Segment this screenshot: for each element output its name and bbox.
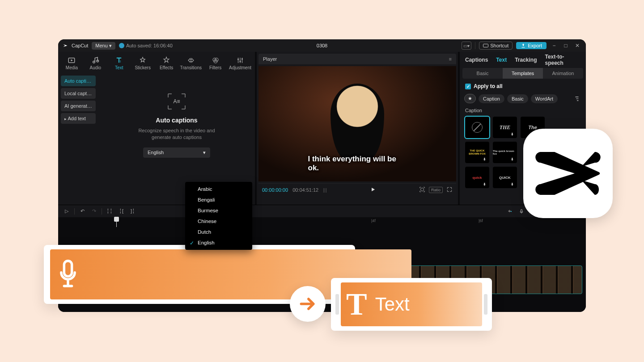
- tab-effects[interactable]: Effects: [156, 55, 178, 72]
- tab-tracking[interactable]: Tracking: [515, 57, 537, 63]
- text-glyph-icon: T: [346, 286, 367, 322]
- lang-option-chinese[interactable]: Chinese: [185, 216, 252, 227]
- timeline-marks-icon: |||: [323, 187, 327, 193]
- chip-star[interactable]: ★: [464, 94, 476, 103]
- tab-captions[interactable]: Captions: [465, 57, 488, 63]
- download-icon: ⬇: [483, 157, 487, 162]
- lang-option-dutch[interactable]: Dutch: [185, 227, 252, 237]
- tab-adjustment[interactable]: Adjustment: [228, 55, 252, 72]
- player-controls: 00:00:00:00 00:04:51:12 ||| Ratio: [258, 183, 456, 196]
- section-caption-label: Caption: [462, 105, 584, 116]
- tab-transitions[interactable]: Transitions: [179, 55, 203, 72]
- player-panel: Player ≡ I think everything will be ok. …: [257, 52, 458, 205]
- player-menu-icon[interactable]: ≡: [449, 56, 452, 62]
- tab-text[interactable]: I Text: [108, 55, 130, 72]
- lang-option-arabic[interactable]: Arabic: [185, 184, 252, 194]
- window-maximize-icon[interactable]: □: [562, 42, 570, 49]
- window-close-icon[interactable]: ✕: [573, 42, 581, 49]
- layout-toggle-icon[interactable]: ▭▾: [462, 42, 471, 50]
- sidebar-add-text[interactable]: Add text: [61, 113, 96, 124]
- mic-tool-icon[interactable]: [517, 207, 525, 215]
- chip-sort-icon[interactable]: [572, 94, 581, 103]
- language-select[interactable]: English ▾: [143, 147, 210, 158]
- microphone-icon: [50, 259, 86, 290]
- window-minimize-icon[interactable]: −: [550, 42, 558, 49]
- chip-basic[interactable]: Basic: [507, 94, 528, 103]
- thumb-quick-sentence[interactable]: The quick brown fox⬇: [493, 142, 517, 163]
- tab-stickers[interactable]: Stickers: [132, 55, 154, 72]
- media-tool-tabs: Media Audio I Text Stickers Effects: [58, 52, 255, 73]
- undo-icon[interactable]: ↶: [78, 207, 86, 215]
- pointer-tool-icon[interactable]: ▷: [63, 207, 71, 215]
- seg-templates[interactable]: Templates: [503, 68, 543, 79]
- trim-left-icon[interactable]: ╎[: [117, 207, 125, 215]
- tab-tts[interactable]: Text-to-speech: [545, 54, 581, 66]
- svg-rect-13: [521, 209, 522, 212]
- lang-option-english[interactable]: English: [185, 237, 252, 248]
- capcut-logo-bubble: [523, 129, 613, 218]
- play-button[interactable]: [370, 186, 376, 194]
- effects-icon: [162, 56, 170, 64]
- drag-handle-icon[interactable]: [335, 294, 339, 315]
- text-card-fill: T Text: [341, 282, 482, 326]
- ratio-button[interactable]: Ratio: [429, 187, 443, 193]
- trim-right-icon[interactable]: ]╎: [129, 207, 137, 215]
- export-button[interactable]: Export: [516, 42, 547, 49]
- lang-option-burmese[interactable]: Burmese: [185, 205, 252, 216]
- main-area: Media Audio I Text Stickers Effects: [58, 52, 586, 205]
- timeline-toolbar: ▷ ↶ ↷ ╎╎ ╎[ ]╎ ⌖• ⟷: [58, 205, 586, 217]
- template-chips: ★ Caption Basic WordArt: [462, 92, 584, 105]
- svg-point-12: [420, 188, 424, 191]
- video-subtitle: I think everything will be ok.: [308, 155, 407, 173]
- menu-button[interactable]: Menu ▾: [92, 42, 115, 50]
- chip-caption[interactable]: Caption: [479, 94, 504, 103]
- apply-label: Apply to all: [474, 83, 503, 89]
- captions-frame-icon: A≡: [167, 93, 186, 110]
- download-icon: ⬇: [511, 132, 515, 137]
- svg-point-9: [240, 61, 241, 62]
- svg-point-10: [242, 59, 243, 60]
- sidebar-ai-generated[interactable]: AI generated: [61, 101, 96, 111]
- player-stage[interactable]: I think everything will be ok.: [258, 66, 456, 181]
- right-seg-control: Basic Templates Animation: [462, 68, 583, 79]
- chip-wordart[interactable]: WordArt: [531, 94, 558, 103]
- thumb-the-1[interactable]: THE⬇: [493, 117, 517, 138]
- crop-icon[interactable]: [419, 186, 425, 194]
- text-card-label: Text: [375, 294, 410, 315]
- redo-icon[interactable]: ↷: [90, 207, 98, 215]
- apply-to-all-row[interactable]: ✓ Apply to all: [462, 80, 584, 92]
- lang-option-bengali[interactable]: Bengali: [185, 194, 252, 205]
- thumb-brownfox[interactable]: THE QUICK BROWN FOX⬇: [465, 142, 489, 163]
- thumb-quick-white[interactable]: QUICK⬇: [493, 167, 517, 188]
- sidebar-auto-captions[interactable]: Auto captio…: [61, 76, 96, 86]
- seg-basic[interactable]: Basic: [462, 68, 503, 79]
- seg-animation[interactable]: Animation: [543, 68, 583, 79]
- sidebar-local-captions[interactable]: Local capti…: [61, 88, 96, 99]
- arrow-transform-icon: [290, 286, 326, 322]
- apply-checkbox[interactable]: ✓: [465, 84, 471, 89]
- tab-text-right[interactable]: Text: [496, 57, 507, 63]
- split-icon[interactable]: ╎╎: [106, 207, 114, 215]
- thumb-none[interactable]: [465, 117, 489, 138]
- timeline-ruler[interactable]: |2f |4f |6f: [58, 217, 586, 227]
- brand-label: CapCut: [72, 43, 88, 48]
- media-icon: [68, 56, 76, 64]
- tab-filters[interactable]: Filters: [204, 55, 226, 72]
- tab-media[interactable]: Media: [61, 55, 83, 72]
- stickers-icon: [139, 56, 147, 64]
- capcut-logo-icon: [534, 147, 602, 200]
- thumb-quick-red[interactable]: quick⬇: [465, 167, 489, 188]
- download-icon: ⬇: [511, 182, 515, 187]
- language-dropdown: Arabic Bengali Burmese Chinese Dutch Eng…: [185, 182, 252, 250]
- magnet-icon[interactable]: ⌖•: [506, 207, 514, 215]
- drag-handle-icon[interactable]: [484, 294, 487, 315]
- tab-audio[interactable]: Audio: [85, 55, 106, 72]
- adjustment-icon: [236, 56, 244, 64]
- upload-icon: [521, 43, 526, 48]
- ruler-tick: |4f: [371, 219, 376, 223]
- shortcut-button[interactable]: Shortcut: [479, 42, 513, 50]
- app-logo-icon: [63, 43, 68, 48]
- fullscreen-icon[interactable]: [446, 186, 453, 194]
- svg-text:I: I: [120, 60, 121, 63]
- autosave-text: Auto saved: 16:06:40: [126, 43, 173, 48]
